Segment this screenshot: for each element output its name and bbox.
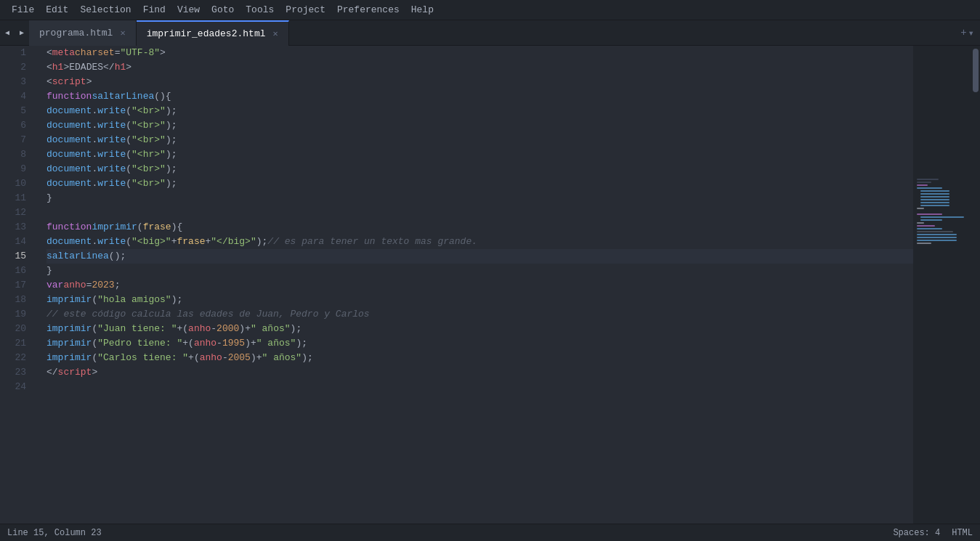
svg-rect-4 — [917, 187, 942, 189]
svg-rect-2 — [917, 182, 931, 183]
tab-close-imprimir[interactable]: ✕ — [271, 28, 279, 40]
menu-item-edit[interactable]: Edit — [40, 3, 74, 17]
line-number-5: 5 — [12, 104, 26, 118]
code-line-16: } — [46, 264, 913, 278]
svg-rect-9 — [920, 202, 949, 203]
svg-rect-14 — [920, 219, 942, 221]
indentation-info[interactable]: Spaces: 4 — [893, 528, 940, 538]
svg-rect-22 — [917, 243, 931, 244]
line-number-18: 18 — [12, 293, 26, 307]
line-number-12: 12 — [12, 206, 26, 220]
code-line-11: } — [46, 191, 913, 206]
code-line-12 — [46, 206, 913, 220]
code-line-3: <script> — [46, 75, 913, 89]
code-line-2: <h1>EDADES</h1> — [46, 60, 913, 75]
svg-rect-11 — [917, 208, 924, 209]
menu-item-find[interactable]: Find — [137, 3, 171, 17]
code-editor[interactable]: <meta charset="UTF-8"><h1>EDADES</h1><sc… — [35, 46, 913, 524]
svg-rect-7 — [920, 196, 949, 198]
menu-item-help[interactable]: Help — [405, 3, 440, 17]
code-line-22: imprimir("Carlos tiene: " + (anho-2005) … — [46, 351, 913, 365]
menu-item-selection[interactable]: Selection — [74, 3, 137, 17]
menu-bar: FileEditSelectionFindViewGotoToolsProjec… — [0, 0, 980, 20]
code-line-8: document.write("<hr>"); — [46, 147, 913, 162]
line-number-6: 6 — [12, 118, 26, 133]
code-line-13: function imprimir(frase) { — [46, 220, 913, 235]
menu-item-file[interactable]: File — [6, 3, 40, 17]
plus-icon: + — [960, 27, 966, 38]
status-left: Line 15, Column 23 — [7, 528, 102, 538]
menu-item-tools[interactable]: Tools — [240, 3, 280, 17]
code-line-1: <meta charset="UTF-8"> — [46, 46, 913, 60]
svg-rect-21 — [917, 240, 957, 241]
svg-rect-17 — [917, 228, 942, 229]
svg-rect-15 — [917, 222, 924, 224]
editor-area: 123456789101112131415161718192021222324 … — [0, 46, 980, 524]
svg-rect-19 — [917, 234, 957, 235]
code-line-7: document.write("<br>"); — [46, 133, 913, 147]
code-line-20: imprimir("Juan tiene: " + (anho-2000) + … — [46, 322, 913, 336]
line-number-15: 15 — [12, 249, 26, 264]
line-number-9: 9 — [12, 162, 26, 176]
code-line-18: imprimir("hola amigos"); — [46, 293, 913, 307]
svg-rect-10 — [920, 205, 949, 206]
line-number-4: 4 — [12, 89, 26, 104]
menu-item-view[interactable]: View — [171, 3, 206, 17]
line-number-24: 24 — [12, 380, 26, 394]
line-number-16: 16 — [12, 264, 26, 278]
line-numbers: 123456789101112131415161718192021222324 — [0, 46, 35, 524]
tab-label: imprimir_edades2.html — [147, 28, 266, 39]
svg-rect-13 — [920, 216, 964, 218]
line-number-11: 11 — [12, 191, 26, 206]
svg-rect-5 — [920, 190, 949, 192]
tab-add-button[interactable]: + ▾ — [955, 27, 980, 39]
line-number-22: 22 — [12, 351, 26, 365]
tab-close-programa[interactable]: ✕ — [118, 27, 126, 39]
svg-rect-6 — [920, 193, 949, 195]
code-line-14: document.write("<big>"+frase+"</big>");/… — [46, 235, 913, 249]
line-number-20: 20 — [12, 322, 26, 336]
vertical-scrollbar[interactable] — [971, 46, 980, 524]
code-line-6: document.write("<br>"); — [46, 118, 913, 133]
line-number-3: 3 — [12, 75, 26, 89]
line-number-1: 1 — [12, 46, 26, 60]
tab-imprimir-edades[interactable]: imprimir_edades2.html ✕ — [137, 20, 289, 46]
code-line-15: saltarLinea(); — [46, 249, 913, 264]
line-number-21: 21 — [12, 336, 26, 351]
code-line-10: document.write("<br>"); — [46, 176, 913, 191]
language-mode[interactable]: HTML — [952, 528, 973, 538]
tab-programa[interactable]: programa.html ✕ — [29, 20, 137, 46]
code-line-9: document.write("<br>"); — [46, 162, 913, 176]
code-line-19: // este código calcula las edades de Jua… — [46, 307, 913, 322]
tab-label: programa.html — [39, 28, 113, 38]
menu-item-goto[interactable]: Goto — [206, 3, 240, 17]
svg-rect-12 — [917, 213, 942, 215]
line-number-23: 23 — [12, 365, 26, 380]
dropdown-icon: ▾ — [968, 27, 974, 39]
minimap — [913, 46, 971, 524]
line-number-7: 7 — [12, 133, 26, 147]
status-right: Spaces: 4 HTML — [893, 528, 973, 538]
code-line-24 — [46, 380, 913, 394]
code-line-21: imprimir("Pedro tiene: " + (anho-1995) +… — [46, 336, 913, 351]
tab-nav-prev[interactable]: ◀ — [0, 20, 15, 46]
svg-rect-1 — [917, 179, 939, 180]
scrollbar-thumb[interactable] — [973, 49, 979, 92]
line-number-17: 17 — [12, 278, 26, 293]
menu-item-project[interactable]: Project — [280, 3, 331, 17]
code-line-5: document.write("<br>"); — [46, 104, 913, 118]
svg-rect-18 — [917, 231, 953, 232]
line-number-2: 2 — [12, 60, 26, 75]
line-number-13: 13 — [12, 220, 26, 235]
svg-rect-3 — [917, 184, 928, 186]
line-number-19: 19 — [12, 307, 26, 322]
svg-rect-8 — [920, 199, 949, 200]
tab-nav-next[interactable]: ▶ — [15, 20, 29, 46]
line-number-8: 8 — [12, 147, 26, 162]
line-number-10: 10 — [12, 176, 26, 191]
menu-item-preferences[interactable]: Preferences — [331, 3, 405, 17]
svg-rect-20 — [917, 237, 957, 238]
code-line-4: function saltarLinea() { — [46, 89, 913, 104]
cursor-position: Line 15, Column 23 — [7, 528, 102, 538]
code-line-17: var anho = 2023; — [46, 278, 913, 293]
